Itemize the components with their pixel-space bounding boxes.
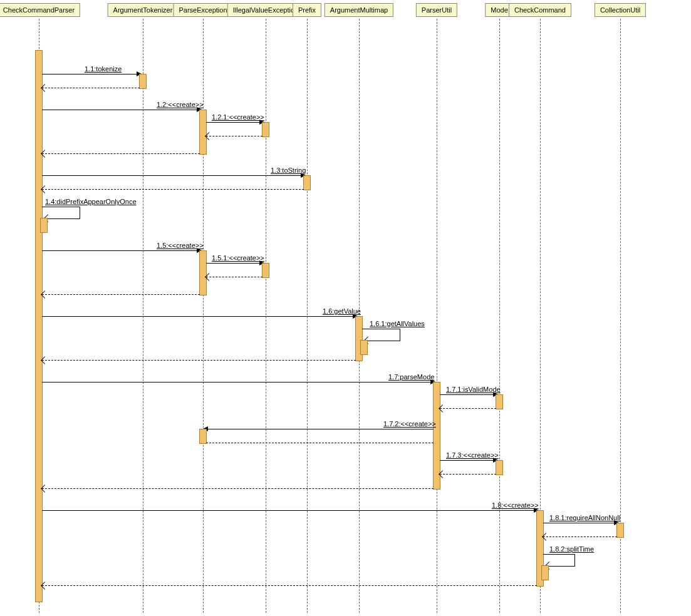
return (42, 88, 140, 88)
msg-create-mode: 1.7.3:<<create>> (446, 451, 499, 459)
participant-ParseException: ParseException (173, 3, 232, 17)
participant-Prefix: Prefix (293, 3, 321, 17)
lifeline (499, 19, 500, 613)
participant-CheckCommand: CheckCommand (509, 3, 571, 17)
arrow (206, 122, 262, 123)
return (42, 294, 200, 295)
arrow (543, 523, 617, 523)
activation (139, 74, 147, 89)
msg-splitTime: 1.8.2:splitTime (549, 545, 594, 553)
activation (496, 394, 503, 409)
msg-requireAllNonNull: 1.8.1:requireAllNonNull (549, 514, 620, 521)
sequence-diagram: CheckCommandParser ArgumentTokenizer Par… (0, 0, 691, 616)
arrow (42, 175, 304, 176)
activation (199, 110, 207, 155)
activation (496, 460, 503, 475)
arrow (206, 263, 262, 264)
return (42, 189, 304, 190)
return (543, 536, 617, 537)
return (440, 474, 496, 475)
return (440, 408, 496, 409)
participant-ArgumentTokenizer: ArgumentTokenizer (108, 3, 179, 17)
msg-create-ive2: 1.5.1:<<create>> (212, 254, 264, 262)
activation (303, 175, 311, 190)
activation (199, 250, 207, 295)
msg-create-ive: 1.2.1:<<create>> (212, 113, 264, 121)
msg-isValidMode: 1.7.1:isValidMode (446, 386, 501, 393)
activation (541, 565, 549, 580)
arrow (440, 394, 496, 395)
lifeline (437, 19, 437, 613)
participant-ParserUtil: ParserUtil (416, 3, 457, 17)
activation (360, 340, 368, 355)
msg-getAllValues: 1.6.1:getAllValues (370, 320, 425, 327)
msg-create-cc: 1.8:<<create>> (492, 501, 539, 509)
arrow (42, 74, 140, 74)
return (206, 136, 262, 136)
activation (199, 429, 207, 444)
msg-tokenize: 1.1:tokenize (85, 65, 122, 73)
arrow (42, 250, 200, 251)
arrow (440, 460, 496, 461)
arrow (206, 429, 434, 429)
activation (262, 263, 269, 278)
participant-CheckCommandParser: CheckCommandParser (0, 3, 80, 17)
arrow (42, 382, 434, 382)
return (206, 277, 262, 277)
activation (35, 50, 43, 602)
participant-CollectionUtil: CollectionUtil (595, 3, 646, 17)
arrow (42, 510, 537, 511)
activation (616, 523, 624, 538)
msg-parseMode: 1.7:parseMode (388, 373, 434, 381)
msg-didPrefix: 1.4:didPrefixAppearOnlyOnce (45, 198, 137, 205)
arrow (42, 110, 200, 110)
return (206, 443, 434, 443)
activation (40, 218, 48, 233)
arrow (42, 316, 356, 317)
return (42, 488, 434, 489)
return (42, 153, 200, 154)
return (42, 360, 356, 361)
activation (262, 122, 269, 137)
participant-ArgumentMultimap: ArgumentMultimap (325, 3, 393, 17)
msg-create-pe3: 1.7.2:<<create>> (383, 420, 436, 428)
return (42, 585, 537, 586)
